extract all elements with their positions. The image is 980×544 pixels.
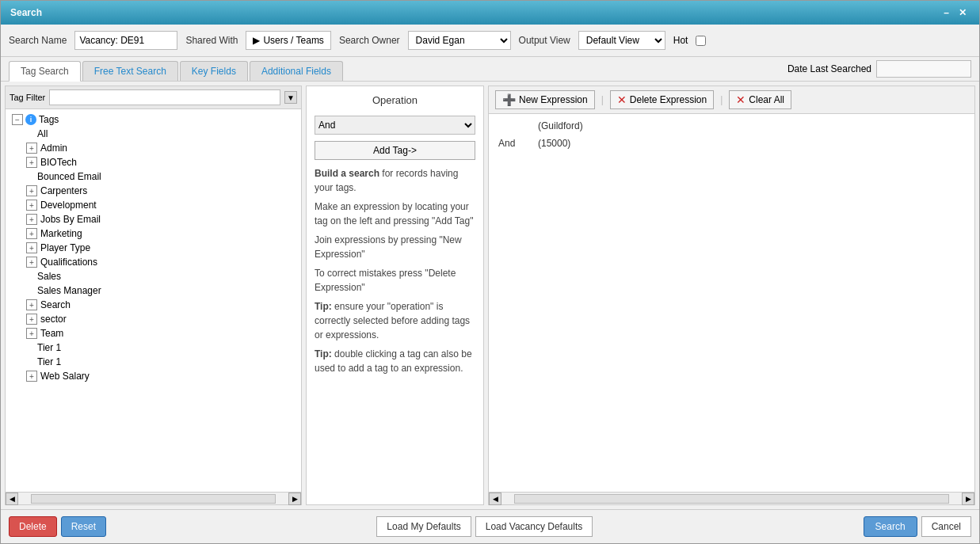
expand-team[interactable]: + [26,328,37,339]
expression-row-0[interactable]: (Guildford) [492,117,971,135]
tree-label-marketing: Marketing [40,228,82,239]
tab-tag-search[interactable]: Tag Search [9,61,81,82]
tree-label-web-salary: Web Salary [40,371,90,382]
tree-group-team[interactable]: + Team [9,326,298,340]
search-owner-label: Search Owner [339,35,400,46]
instruction-5: Tip: ensure your "operation" is correctl… [315,299,475,342]
tree-item-all[interactable]: All [9,127,298,141]
new-expression-button[interactable]: ➕ New Expression [495,90,595,109]
operation-select[interactable]: And Or Not [315,116,475,135]
date-last-searched-input[interactable] [876,60,971,78]
expand-sector[interactable]: + [26,314,37,325]
tree-group-qualifications[interactable]: + Qualifications [9,255,298,269]
expand-marketing[interactable]: + [26,228,37,239]
tree-label-search: Search [40,299,71,310]
tree-group-jobs-by-email[interactable]: + Jobs By Email [9,212,298,226]
tree-label-qualifications: Qualifications [40,257,97,268]
reset-button[interactable]: Reset [61,516,106,537]
content-area: Operation And Or Not Add Tag-> Build a s… [306,86,975,505]
tree-label-team: Team [40,328,63,339]
expand-search[interactable]: + [26,299,37,310]
tree-group-admin[interactable]: + Admin [9,141,298,155]
title-bar-controls: – ✕ [940,7,970,18]
tree-label-sector: sector [40,314,67,325]
tree-item-tier1-b[interactable]: Tier 1 [9,355,298,369]
tab-additional-fields[interactable]: Additional Fields [250,61,343,81]
footer-right: Search Cancel [864,516,971,537]
scroll-track[interactable] [31,494,276,504]
tree-item-tier1-a[interactable]: Tier 1 [9,340,298,355]
instruction-1: Build a search for records having your t… [315,166,475,195]
expr-scroll-right-button[interactable]: ▶ [962,493,974,505]
expr-value-0: (Guildford) [538,120,583,131]
tab-free-text-search[interactable]: Free Text Search [82,61,178,81]
search-name-input[interactable] [74,31,177,50]
delete-button[interactable]: Delete [9,516,57,537]
root-expand-button[interactable]: − [12,114,23,125]
delete-expression-button[interactable]: ✕ Delete Expression [610,90,714,109]
tag-filter-input[interactable] [49,89,280,105]
add-tag-button[interactable]: Add Tag-> [315,141,475,160]
tabs-row: Tag Search Free Text Search Key Fields A… [1,57,979,82]
tag-filter-label: Tag Filter [10,93,45,102]
shared-with-label: Shared With [185,35,238,46]
tree-item-sales-manager[interactable]: Sales Manager [9,283,298,298]
close-button[interactable]: ✕ [955,7,970,18]
tree-group-carpenters[interactable]: + Carpenters [9,184,298,198]
expression-content[interactable]: (Guildford) And (15000) [489,114,974,492]
tree-label-player-type: Player Type [40,242,90,253]
tree-horizontal-scrollbar[interactable]: ◀ ▶ [6,492,301,504]
tree-item-sales[interactable]: Sales [9,269,298,283]
clear-all-button[interactable]: ✕ Clear All [729,90,791,109]
tree-group-search[interactable]: + Search [9,298,298,312]
instruction-6: Tip: double clicking a tag can also be u… [315,347,475,375]
tree-group-marketing[interactable]: + Marketing [9,226,298,241]
expand-web-salary[interactable]: + [26,371,37,382]
shared-with-value: Users / Teams [263,35,323,46]
footer-center: Load My Defaults Load Vacancy Defaults [376,516,593,537]
tree-group-development[interactable]: + Development [9,198,298,212]
tree-label-carpenters: Carpenters [40,185,87,196]
search-name-label: Search Name [9,35,67,46]
tag-tree-container[interactable]: − i Tags All + Admin + BIOTech Bounced E… [6,109,301,492]
tree-item-bounced-email[interactable]: Bounced Email [9,169,298,184]
tree-root[interactable]: − i Tags [9,112,298,127]
output-view-select[interactable]: Default View [578,31,665,50]
cancel-button[interactable]: Cancel [921,516,971,537]
instructions: Build a search for records having your t… [315,166,475,380]
tree-group-sector[interactable]: + sector [9,312,298,326]
scroll-right-button[interactable]: ▶ [288,493,301,505]
expr-scroll-left-button[interactable]: ◀ [489,493,501,505]
tree-label-development: Development [40,200,97,211]
expand-development[interactable]: + [26,200,37,211]
expr-operator-1: And [498,138,538,149]
expand-jobs-by-email[interactable]: + [26,214,37,225]
tag-scroll-down-button[interactable]: ▼ [284,91,297,104]
expand-carpenters[interactable]: + [26,185,37,196]
window-title: Search [10,7,42,18]
search-button[interactable]: Search [864,516,917,537]
tree-group-biotech[interactable]: + BIOTech [9,155,298,169]
shared-with-button[interactable]: ▶ Users / Teams [246,31,330,50]
tree-group-web-salary[interactable]: + Web Salary [9,369,298,383]
expr-value-1: (15000) [538,138,570,149]
search-owner-select[interactable]: David Egan [408,31,511,50]
main-content: Tag Filter ▼ − i Tags All + Admin + [1,82,979,509]
expand-player-type[interactable]: + [26,242,37,253]
expand-biotech[interactable]: + [26,157,37,168]
toolbar: Search Name Shared With ▶ Users / Teams … [1,25,979,57]
hot-checkbox[interactable] [696,36,706,46]
minimize-button[interactable]: – [940,7,952,18]
tab-key-fields[interactable]: Key Fields [180,61,248,81]
expand-qualifications[interactable]: + [26,257,37,268]
plus-circle-icon: ➕ [502,93,516,106]
tree-group-player-type[interactable]: + Player Type [9,241,298,255]
expression-row-1[interactable]: And (15000) [492,135,971,152]
expr-scroll-track[interactable] [514,494,949,504]
expression-horizontal-scrollbar[interactable]: ◀ ▶ [489,492,974,504]
load-my-defaults-button[interactable]: Load My Defaults [376,516,471,537]
scroll-left-button[interactable]: ◀ [6,493,18,505]
x-icon-clear: ✕ [736,93,745,106]
load-vacancy-defaults-button[interactable]: Load Vacancy Defaults [475,516,593,537]
expand-admin[interactable]: + [26,143,37,154]
